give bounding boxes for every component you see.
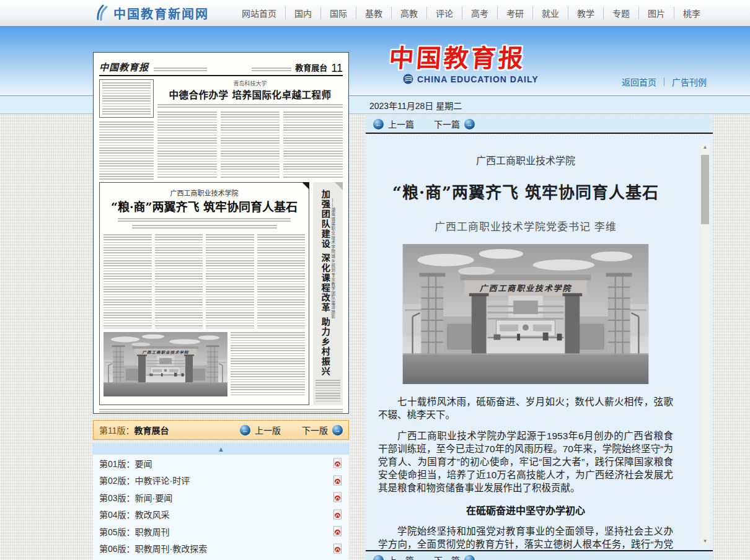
scrollbar-thumb[interactable] xyxy=(701,155,709,224)
ad-rates-link[interactable]: 广告刊例 xyxy=(672,76,707,88)
section-label: 第02版：中教评论·时评 xyxy=(99,474,190,486)
article-paragraph-2: 广西工商职业技术学院办学起源于1953年6月创办的广西省粮食干部训练班，至今已走… xyxy=(378,429,673,494)
pdf-icon[interactable] xyxy=(333,509,343,520)
scroll-down-icon[interactable]: ▼ xyxy=(700,538,710,545)
scroll-up-icon[interactable]: ▲ xyxy=(700,144,710,151)
masthead-en-text: CHINA EDUCATION DAILY xyxy=(417,74,539,84)
main-nav: 网站首页 国内 国际 基教 高教 评论 高考 考研 就业 教学 专题 图片 桃李 xyxy=(233,7,709,19)
site-logo[interactable]: 中国教育新闻网 xyxy=(93,4,209,22)
article-byline: 广西工商职业技术学院党委书记 李维 xyxy=(378,218,673,232)
collapse-toggle-bar[interactable]: ▲ xyxy=(93,444,349,455)
newspaper-page-number: 11 xyxy=(331,63,343,73)
nav-item-commentary[interactable]: 评论 xyxy=(427,7,462,19)
section-label: 第05版：职教周刊 xyxy=(99,525,170,538)
newspaper-top-story: 青岛科技大学 中德合作办学 培养国际化卓越工程师 xyxy=(99,79,343,178)
newspaper-section-label: 教育展台 xyxy=(295,61,327,73)
next-article-icon-bottom[interactable]: → xyxy=(464,555,475,560)
section-label: 第04版：教改风采 xyxy=(99,508,170,520)
nav-item-employment[interactable]: 就业 xyxy=(533,7,568,19)
top-story-headline: 中德合作办学 培养国际化卓越工程师 xyxy=(157,87,343,101)
nav-item-higher-edu[interactable]: 高教 xyxy=(392,7,427,19)
main-story-column-text xyxy=(231,332,305,396)
prev-article-button[interactable]: 上一篇 xyxy=(388,118,414,130)
next-article-button-bottom[interactable]: 下一篇 xyxy=(434,554,460,560)
prev-edition-button[interactable]: 上一版 xyxy=(255,424,281,436)
pdf-icon[interactable] xyxy=(333,526,343,536)
issue-date: 2023年11月28日 星期二 xyxy=(369,99,462,112)
nav-item-kaoyan[interactable]: 考研 xyxy=(498,7,533,19)
nav-item-taoli[interactable]: 桃李 xyxy=(674,7,709,19)
article-subheading: 在砥砺奋进中坚守办学初心 xyxy=(378,502,673,517)
article-paragraph-3: 学院始终坚持和加强党对教育事业的全面领导，坚持社会主义办学方向，全面贯彻党的教育… xyxy=(378,525,673,550)
newspaper-sidebar-box xyxy=(99,79,154,118)
newspaper-page-image[interactable]: 中国教育报 教育展台 11 青岛科技大学 中德合作办学 培养国际化卓越工程师 xyxy=(93,52,349,414)
masthead-globe-icon xyxy=(403,74,413,84)
section-row-02[interactable]: 第02版：中教评论·时评 xyxy=(93,472,349,489)
top-site-bar: 中国教育新闻网 网站首页 国内 国际 基教 高教 评论 高考 考研 就业 教学 … xyxy=(0,0,750,27)
article-title: “粮·商”两翼齐飞 筑牢协同育人基石 xyxy=(378,180,673,202)
edition-number: 第11版： xyxy=(99,424,135,436)
newspaper-main-story: 广西工商职业技术学院 “粮·商”两翼齐飞 筑牢协同育人基石 加强团队建设 深化课… xyxy=(99,182,343,405)
article-nav-bottom: ← 上一篇 下一篇 → xyxy=(366,550,713,560)
pdf-icon[interactable] xyxy=(333,543,343,554)
pdf-icon[interactable] xyxy=(333,492,343,502)
masthead-logo-cn: 中国教育报 xyxy=(388,38,527,74)
section-row-04[interactable]: 第04版：教改风采 xyxy=(93,506,349,523)
nav-item-international[interactable]: 国际 xyxy=(321,7,356,19)
main-story-intro2 xyxy=(132,225,277,230)
edition-bar: 第11版： 教育展台 ← 上一版 下一版 → xyxy=(93,420,349,440)
section-row-06[interactable]: 第06版：职教周刊·教改探索 xyxy=(93,540,349,558)
nav-item-domestic[interactable]: 国内 xyxy=(286,7,321,19)
link-divider xyxy=(664,77,664,86)
newspaper-caption-line xyxy=(99,409,343,413)
article-gate-photo xyxy=(402,244,649,384)
main-story-columns xyxy=(104,234,305,328)
next-edition-icon[interactable]: → xyxy=(332,425,343,435)
newspaper-column-text xyxy=(99,121,154,180)
masthead-links: 返回首页 广告刊例 xyxy=(622,76,707,88)
newspaper-columns xyxy=(157,112,343,178)
site-logo-swoosh-icon xyxy=(93,4,109,22)
section-label: 第01版：要闻 xyxy=(99,457,152,470)
nav-item-teaching[interactable]: 教学 xyxy=(568,7,604,19)
newspaper-side-story: 加强团队建设 深化课程改革 助力乡村振兴 ——湖南城建职业技术学院城乡规划专业教… xyxy=(313,182,343,405)
newspaper-phone-meta xyxy=(252,68,291,72)
nav-item-gaokao[interactable]: 高考 xyxy=(462,7,498,19)
side-story-title: 加强团队建设 深化课程改革 助力乡村振兴 xyxy=(320,190,329,377)
section-row-05[interactable]: 第05版：职教周刊 xyxy=(93,523,349,540)
next-article-icon[interactable]: → xyxy=(464,119,475,129)
prev-article-icon[interactable]: ← xyxy=(373,119,384,129)
nav-item-photos[interactable]: 图片 xyxy=(639,7,674,19)
prev-article-icon-bottom[interactable]: ← xyxy=(373,555,384,560)
section-row-03[interactable]: 第03版：新闻·要闻 xyxy=(93,489,349,506)
top-story-kicker: 青岛科技大学 xyxy=(157,79,343,87)
edition-section-list: 第01版：要闻 第02版：中教评论·时评 第03版：新闻·要闻 第04版：教改风… xyxy=(93,455,349,560)
main-story-headline: “粮·商”两翼齐飞 筑牢协同育人基石 xyxy=(104,198,305,214)
article-panel: 广西工商职业技术学院 “粮·商”两翼齐飞 筑牢协同育人基石 广西工商职业技术学院… xyxy=(366,135,713,550)
next-edition-button[interactable]: 下一版 xyxy=(302,424,328,436)
nav-item-home[interactable]: 网站首页 xyxy=(233,7,286,19)
pdf-icon[interactable] xyxy=(333,458,343,468)
section-row-01[interactable]: 第01版：要闻 xyxy=(93,455,349,472)
nav-item-special[interactable]: 专题 xyxy=(604,7,639,19)
newspaper-masthead: 中国教育报 xyxy=(99,60,149,73)
nav-item-basic-edu[interactable]: 基教 xyxy=(356,7,392,19)
section-label: 第06版：职教周刊·教改探索 xyxy=(99,542,207,554)
newspaper-gate-photo xyxy=(104,332,227,396)
side-story-subtitle: ——湖南城建职业技术学院城乡规划专业教学团队建设掠影 xyxy=(330,198,336,377)
prev-article-button-bottom[interactable]: 上一篇 xyxy=(388,554,414,560)
edition-section-name: 教育展台 xyxy=(135,424,169,436)
next-article-button[interactable]: 下一篇 xyxy=(434,118,460,130)
newspaper-subdeck xyxy=(157,104,343,108)
masthead-logo-en: CHINA EDUCATION DAILY xyxy=(403,74,539,84)
page: 中国教育新闻网 网站首页 国内 国际 基教 高教 评论 高考 考研 就业 教学 … xyxy=(0,0,750,560)
article-scrollbar[interactable]: ▲ ▼ xyxy=(700,144,710,545)
pdf-icon[interactable] xyxy=(333,475,343,486)
main-story-kicker: 广西工商职业技术学院 xyxy=(104,188,305,197)
main-story-intro xyxy=(118,218,291,223)
article-nav-top: ← 上一篇 下一篇 → xyxy=(366,115,713,134)
prev-edition-icon[interactable]: ← xyxy=(240,425,250,435)
back-home-link[interactable]: 返回首页 xyxy=(622,76,656,88)
collapse-up-icon: ▲ xyxy=(218,446,224,453)
newspaper-header: 中国教育报 教育展台 11 xyxy=(99,58,343,76)
